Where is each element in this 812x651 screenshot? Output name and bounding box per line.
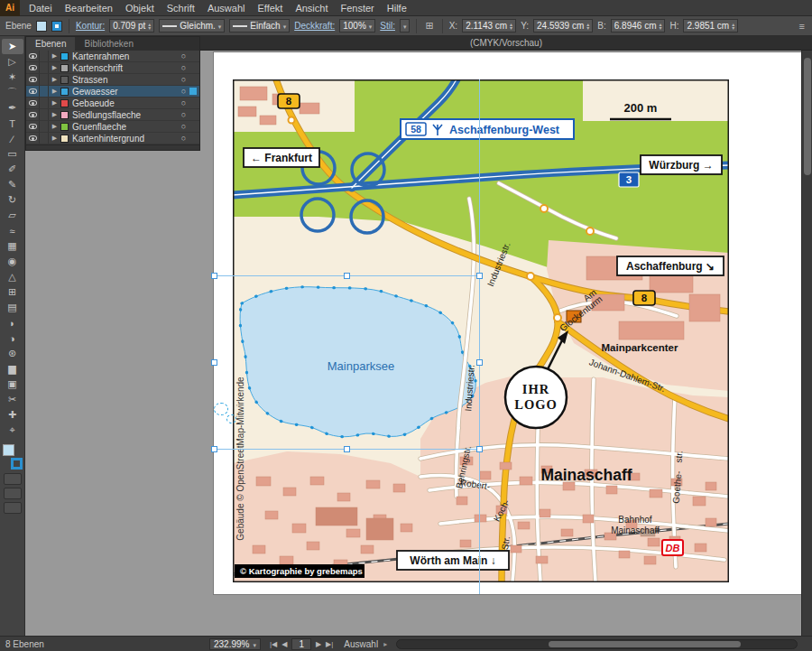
layer-target-icon[interactable]: ○ xyxy=(178,75,189,84)
status-popup-icon[interactable]: ▸ xyxy=(383,640,387,648)
map-artwork[interactable]: 200 m 58 Aschaffenburg-West ← Frankfurt … xyxy=(233,79,729,582)
stepper-icon[interactable] xyxy=(586,23,589,30)
stepper-icon[interactable] xyxy=(732,23,734,30)
layer-lock-toggle[interactable] xyxy=(40,98,49,108)
disclosure-triangle-icon[interactable]: ▶ xyxy=(49,135,60,142)
width-tool[interactable]: ≈ xyxy=(2,223,23,238)
document-tab[interactable]: (CMYK/Vorschau) xyxy=(200,36,812,51)
horizontal-scrollbar-thumb[interactable] xyxy=(549,641,741,647)
symbol-sprayer-tool[interactable]: ⊛ xyxy=(2,346,23,361)
stepper-icon[interactable] xyxy=(510,23,512,30)
stroke-panel-link[interactable]: Kontur: xyxy=(76,21,105,31)
vertical-scrollbar[interactable] xyxy=(801,51,812,636)
type-tool[interactable]: T xyxy=(2,116,23,131)
layer-lock-toggle[interactable] xyxy=(40,109,49,120)
artboard-tool[interactable]: ▣ xyxy=(2,377,23,392)
layer-target-icon[interactable]: ○ xyxy=(178,110,189,119)
layer-row-gebaeude[interactable]: ▶Gebaeude○ xyxy=(26,98,199,109)
layer-lock-toggle[interactable] xyxy=(40,74,49,85)
layer-visibility-toggle[interactable] xyxy=(26,86,40,97)
shape-builder-tool[interactable]: ◉ xyxy=(2,254,23,269)
layer-target-icon[interactable]: ○ xyxy=(178,87,189,96)
disclosure-triangle-icon[interactable]: ▶ xyxy=(49,111,60,118)
paintbrush-tool[interactable]: ✐ xyxy=(2,162,23,177)
horizontal-scrollbar[interactable] xyxy=(396,639,798,649)
stroke-color-swatch[interactable] xyxy=(51,21,62,32)
panel-menu-icon[interactable]: ≡ xyxy=(798,21,807,32)
layer-visibility-toggle[interactable] xyxy=(26,98,40,108)
layer-visibility-toggle[interactable] xyxy=(26,62,40,73)
draw-behind-button[interactable] xyxy=(4,488,22,499)
layer-lock-toggle[interactable] xyxy=(40,62,49,73)
menu-fenster[interactable]: Fenster xyxy=(334,0,380,16)
mesh-tool[interactable]: ⊞ xyxy=(2,284,23,300)
layer-row-siedlungsflaeche[interactable]: ▶Siedlungsflaeche○ xyxy=(26,109,199,121)
y-position-field[interactable]: 24.5939 cm xyxy=(533,19,593,33)
disclosure-triangle-icon[interactable]: ▶ xyxy=(49,76,60,83)
variable-width-profile-select[interactable]: Gleichm. xyxy=(159,19,225,33)
draw-mode-button[interactable] xyxy=(4,473,22,485)
disclosure-triangle-icon[interactable]: ▶ xyxy=(49,88,60,95)
zoom-tool[interactable]: ⌖ xyxy=(2,423,23,438)
layer-target-icon[interactable]: ○ xyxy=(178,134,189,143)
style-select[interactable] xyxy=(400,19,411,33)
selection-handle[interactable] xyxy=(211,446,217,452)
selection-handle[interactable] xyxy=(344,273,350,279)
layer-lock-toggle[interactable] xyxy=(40,51,49,61)
next-artboard-button[interactable]: ▶ xyxy=(316,640,321,648)
column-graph-tool[interactable]: ▆ xyxy=(2,361,23,377)
menu-schrift[interactable]: Schrift xyxy=(161,0,201,16)
pencil-tool[interactable]: ✎ xyxy=(2,177,23,192)
layer-target-icon[interactable]: ○ xyxy=(178,51,189,60)
stroke-swatch[interactable] xyxy=(11,458,23,470)
height-field[interactable]: 2.9851 cm xyxy=(683,19,738,33)
vertical-scrollbar-thumb[interactable] xyxy=(804,58,811,175)
menu-auswahl[interactable]: Auswahl xyxy=(201,0,252,16)
brush-definition-select[interactable]: Einfach xyxy=(229,19,290,33)
disclosure-triangle-icon[interactable]: ▶ xyxy=(49,64,60,71)
first-artboard-button[interactable]: |◀ xyxy=(270,640,277,648)
lasso-tool[interactable]: ⌒ xyxy=(2,85,23,100)
layer-row-kartenschrift[interactable]: ▶Kartenschrift○ xyxy=(26,62,199,74)
pen-tool[interactable]: ✒ xyxy=(2,100,23,116)
artboard-number-field[interactable]: 1 xyxy=(291,638,311,650)
direct-selection-tool[interactable]: ▷ xyxy=(2,54,23,70)
free-transform-tool[interactable]: ▦ xyxy=(2,238,23,254)
selection-handle[interactable] xyxy=(476,446,483,452)
selection-handle[interactable] xyxy=(476,359,483,366)
layer-row-kartenrahmen[interactable]: ▶Kartenrahmen○ xyxy=(26,51,199,62)
blend-tool[interactable]: ◑ xyxy=(2,330,23,346)
selection-handle[interactable] xyxy=(476,273,483,279)
layer-target-icon[interactable]: ○ xyxy=(178,63,189,72)
layer-visibility-toggle[interactable] xyxy=(26,51,40,61)
layer-visibility-toggle[interactable] xyxy=(26,74,40,85)
layer-lock-toggle[interactable] xyxy=(40,86,49,97)
layer-row-gewaesser[interactable]: ▶Gewaesser○ xyxy=(26,86,199,98)
screen-mode-button[interactable] xyxy=(4,502,22,514)
illustrator-logo[interactable]: Ai xyxy=(0,0,20,16)
style-link[interactable]: Stil: xyxy=(380,21,395,31)
stroke-width-field[interactable]: 0.709 pt xyxy=(109,19,154,33)
last-artboard-button[interactable]: ▶| xyxy=(326,640,333,648)
stepper-icon[interactable] xyxy=(148,23,151,30)
selection-handle[interactable] xyxy=(344,446,350,452)
slice-tool[interactable]: ✂ xyxy=(2,392,23,407)
menu-effekt[interactable]: Effekt xyxy=(251,0,289,16)
layer-lock-toggle[interactable] xyxy=(40,133,49,144)
previous-artboard-button[interactable]: ◀ xyxy=(281,640,287,648)
layer-row-gruenflaeche[interactable]: ▶Gruenflaeche○ xyxy=(26,121,199,133)
rectangle-tool[interactable]: ▭ xyxy=(2,146,23,162)
fill-color-swatch[interactable] xyxy=(36,21,47,32)
menu-datei[interactable]: Datei xyxy=(23,0,59,16)
fill-stroke-indicator[interactable] xyxy=(2,443,23,470)
tab-bibliotheken[interactable]: Bibliotheken xyxy=(75,37,142,51)
disclosure-triangle-icon[interactable]: ▶ xyxy=(49,99,60,107)
scale-tool[interactable]: ▱ xyxy=(2,208,23,223)
menu-ansicht[interactable]: Ansicht xyxy=(289,0,334,16)
stepper-icon[interactable] xyxy=(659,23,661,30)
disclosure-triangle-icon[interactable]: ▶ xyxy=(49,52,60,60)
opacity-field[interactable]: 100% xyxy=(339,19,375,33)
layer-target-icon[interactable]: ○ xyxy=(178,122,189,131)
menu-hilfe[interactable]: Hilfe xyxy=(381,0,413,16)
selection-tool[interactable]: ➤ xyxy=(2,39,23,54)
